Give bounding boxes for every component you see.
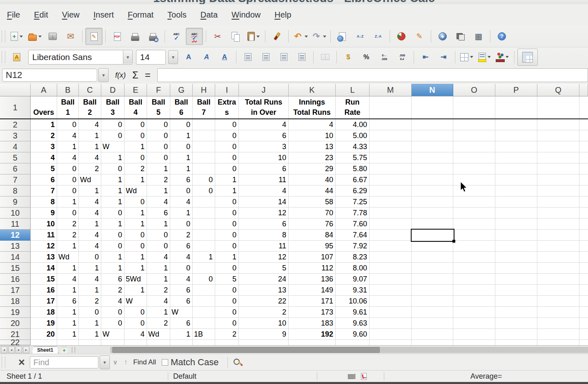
cell-F8[interactable]: 1 <box>147 185 170 196</box>
cell-B6[interactable]: 0 <box>57 163 79 174</box>
cell-A16[interactable]: 15 <box>31 274 57 285</box>
cell-J16[interactable]: 24 <box>239 274 289 285</box>
cell-K22[interactable] <box>289 340 336 345</box>
cell-L19[interactable]: 9.61 <box>336 307 370 318</box>
cell-E2[interactable]: 0 <box>125 119 147 130</box>
cell-E14[interactable]: 1 <box>125 252 147 263</box>
cell-G4[interactable]: 0 <box>170 141 193 152</box>
previous-sheet-button[interactable]: ◂ <box>8 346 15 353</box>
cell-A10[interactable]: 9 <box>31 208 57 219</box>
horizontal-scrollbar[interactable] <box>110 347 588 353</box>
cell-H17[interactable] <box>193 285 215 296</box>
cell-F17[interactable]: 2 <box>147 285 170 296</box>
cell-M20[interactable] <box>370 318 412 329</box>
cell-H20[interactable] <box>193 318 215 329</box>
cell-N1[interactable] <box>412 96 453 119</box>
cell-K3[interactable]: 10 <box>289 130 336 141</box>
input-line[interactable] <box>157 68 588 82</box>
column-header-K[interactable]: K <box>289 84 336 96</box>
cell-A13[interactable]: 12 <box>31 241 57 252</box>
cell-P1[interactable] <box>495 96 537 119</box>
cell-L6[interactable]: 5.80 <box>336 163 370 174</box>
cell-O10[interactable] <box>453 208 495 219</box>
cell-H13[interactable] <box>193 241 215 252</box>
cell-D16[interactable]: 6 <box>101 274 125 285</box>
cell-N11[interactable] <box>412 219 453 230</box>
cell-D19[interactable]: 0 <box>101 307 125 318</box>
cell-H12[interactable] <box>193 230 215 241</box>
font-name-combo[interactable]: Liberation Sans▾ <box>28 50 133 65</box>
cell-I3[interactable]: 0 <box>215 130 239 141</box>
cell-J17[interactable]: 13 <box>239 285 289 296</box>
cell-I6[interactable]: 0 <box>215 163 239 174</box>
cell-F3[interactable]: 0 <box>147 130 170 141</box>
toolbar-button-print[interactable] <box>127 28 144 45</box>
cell-M5[interactable] <box>370 152 412 163</box>
cell-A11[interactable]: 10 <box>31 219 57 230</box>
cell-M14[interactable] <box>370 252 412 263</box>
cell-P4[interactable] <box>495 141 537 152</box>
cell-G2[interactable]: 0 <box>170 119 193 130</box>
cell-L20[interactable]: 9.63 <box>336 318 370 329</box>
cell-C8[interactable]: 1 <box>79 185 101 196</box>
cell-H11[interactable] <box>193 219 215 230</box>
find-and-replace-icon[interactable] <box>233 358 242 367</box>
toolbar-button-draw-functions[interactable]: ✎ <box>411 28 428 45</box>
toolbar-button-align-center[interactable] <box>257 49 274 66</box>
cell-K14[interactable]: 107 <box>289 252 336 263</box>
cell-A8[interactable]: 7 <box>31 185 57 196</box>
column-header-M[interactable]: M <box>370 84 412 96</box>
cell-C14[interactable]: 0 <box>79 252 101 263</box>
cell-A19[interactable]: 18 <box>31 307 57 318</box>
cell-J9[interactable]: 14 <box>239 196 289 208</box>
column-header-O[interactable]: O <box>453 84 495 96</box>
cell-H6[interactable] <box>193 163 215 174</box>
horizontal-scrollbar-thumb[interactable] <box>112 347 380 353</box>
cell-I21[interactable]: 2 <box>215 329 239 340</box>
cell-B10[interactable]: 0 <box>57 208 79 219</box>
cell-Q14[interactable] <box>537 252 579 263</box>
cell-C5[interactable]: 4 <box>79 152 101 163</box>
cell-N9[interactable] <box>412 196 453 208</box>
toolbar-button-sort-descending[interactable]: Z↓A <box>370 28 387 45</box>
cell-O19[interactable] <box>453 307 495 318</box>
cell-K6[interactable]: 29 <box>289 163 336 174</box>
cell-A15[interactable]: 14 <box>31 263 57 274</box>
column-header-H[interactable]: H <box>193 84 215 96</box>
cell-N20[interactable] <box>412 318 453 329</box>
cell-N3[interactable] <box>412 130 453 141</box>
cell-M12[interactable] <box>370 230 412 241</box>
cell-K5[interactable]: 23 <box>289 152 336 163</box>
row-header-7[interactable]: 7 <box>0 174 31 185</box>
cell-F21[interactable]: Wd <box>147 329 170 340</box>
cell-H16[interactable]: 0 <box>193 274 215 285</box>
cell-Q3[interactable] <box>537 130 579 141</box>
toolbar-button-delete-decimal[interactable]: .000 0↲ <box>394 49 411 66</box>
cell-B9[interactable]: 1 <box>57 196 79 208</box>
cell-J13[interactable]: 11 <box>239 241 289 252</box>
toolbar-button-redo[interactable]: ↷ <box>310 28 327 45</box>
cell-B8[interactable]: 0 <box>57 185 79 196</box>
cell-O21[interactable] <box>453 329 495 340</box>
cell-B19[interactable]: 1 <box>57 307 79 318</box>
add-sheet-button[interactable]: + <box>60 347 69 353</box>
row-header-4[interactable]: 4 <box>0 141 31 152</box>
row-header-14[interactable]: 14 <box>0 252 31 263</box>
row-header-22[interactable]: 22 <box>0 340 31 345</box>
toolbar-button-copy[interactable] <box>227 28 244 45</box>
cell-B3[interactable]: 4 <box>57 130 79 141</box>
cell-C1[interactable]: Ball 2 <box>79 96 101 119</box>
cell-H1[interactable]: Ball 7 <box>193 96 215 119</box>
cell-E11[interactable]: 1 <box>125 219 147 230</box>
cell-E22[interactable] <box>125 340 147 345</box>
cell-B17[interactable]: 1 <box>57 285 79 296</box>
cell-D13[interactable]: 0 <box>101 241 125 252</box>
cell-A9[interactable]: 8 <box>31 196 57 208</box>
cell-I19[interactable]: 0 <box>215 307 239 318</box>
name-box-dropdown[interactable]: ▾ <box>98 68 109 82</box>
cell-I17[interactable]: 0 <box>215 285 239 296</box>
cell-H22[interactable] <box>193 340 215 345</box>
cell-A6[interactable]: 5 <box>31 163 57 174</box>
toolbar-button-navigator[interactable]: ◆ <box>434 28 451 45</box>
cell-L17[interactable]: 9.31 <box>336 285 370 296</box>
